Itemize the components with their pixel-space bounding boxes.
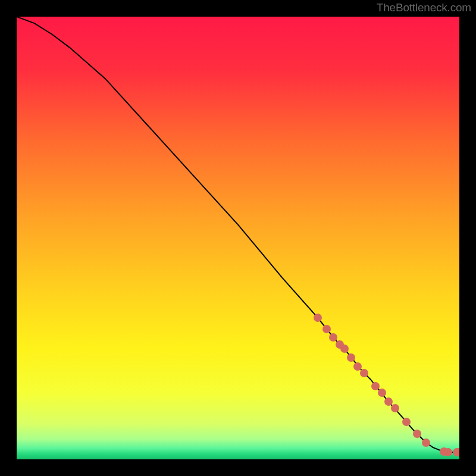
data-point: [340, 345, 349, 353]
plot-area: [17, 17, 459, 459]
data-point: [329, 333, 337, 342]
data-point: [413, 430, 421, 438]
svg-rect-0: [17, 17, 459, 459]
data-point: [444, 448, 452, 456]
data-point: [402, 418, 411, 426]
data-point: [422, 439, 430, 447]
data-point: [455, 448, 459, 456]
data-point: [360, 369, 368, 377]
data-point: [378, 389, 386, 397]
watermark-text: TheBottleneck.com: [377, 1, 471, 14]
data-point: [314, 314, 322, 322]
data-point: [353, 362, 362, 371]
data-point: [347, 353, 355, 362]
data-point: [322, 325, 331, 333]
data-point: [384, 397, 393, 406]
background-gradient: [17, 17, 459, 459]
data-point: [371, 382, 380, 390]
chart-frame: [0, 0, 476, 476]
data-point: [391, 404, 399, 412]
